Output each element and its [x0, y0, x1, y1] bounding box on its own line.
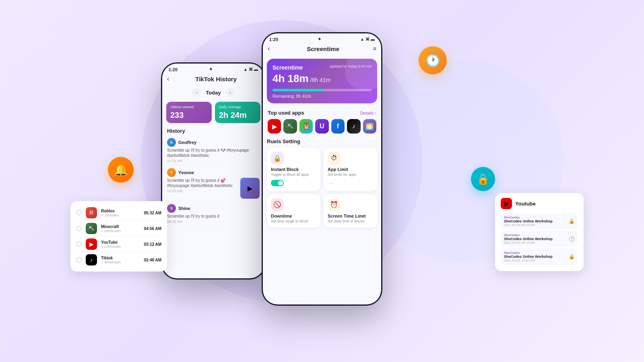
lock-icon: 🔒	[477, 173, 489, 185]
clock-icon: 🕐	[425, 53, 440, 68]
yt-card-header: ▶ Youtube	[501, 198, 578, 209]
phone-right: 1:20 ✦ ▲ ⌘ ▬ ‹ Screentime ≡ Screentime u…	[262, 32, 382, 306]
phone-right-screen: 1:20 ✦ ▲ ⌘ ▬ ‹ Screentime ≡ Screentime u…	[263, 33, 381, 304]
yt-list-item-3: SheCodes SheCodes Online Workshop 2021-0…	[501, 249, 578, 265]
banner-header: Screentime updated to Today 8:50 AM	[272, 64, 372, 71]
signal-icon-right: ▲	[360, 37, 364, 41]
rule-icon-instant-block: 🔒	[271, 152, 284, 165]
yt-list-item-2: SheCodes SheCodes Online Workshop 2021-0…	[501, 231, 578, 247]
yt-item-info-1: SheCodes SheCodes Online Workshop 2021-0…	[504, 216, 569, 227]
yt-item-name-2: SheCodes Online Workshop	[504, 237, 569, 241]
yt-item-name-1: SheCodes Online Workshop	[504, 219, 569, 223]
notif-app-name-tiktok: Tiktok	[101, 256, 140, 260]
notif-app-name-youtube: YouTube	[101, 240, 140, 245]
notif-icon-youtube: ▶	[86, 239, 97, 250]
rule-arrow-app-limit[interactable]: →	[328, 180, 373, 187]
current-date: Today	[206, 90, 221, 96]
notif-radio-tiktok[interactable]	[76, 257, 82, 263]
nav-bar-right: ‹ Screentime ≡	[263, 43, 381, 56]
screentime-banner: Screentime updated to Today 8:50 AM 4h 1…	[267, 59, 377, 103]
notif-icon-roblox: R	[86, 207, 97, 218]
rule-card-app-limit: ⏱ App Limit Set limits for apps →	[324, 148, 377, 191]
stat-average-label: Daily Average	[219, 105, 256, 109]
yt-item-info-3: SheCodes SheCodes Online Workshop 2021-0…	[504, 251, 569, 262]
nav-bar-left: ‹ TikTok History	[162, 74, 264, 86]
username-yvonne: Yvonne	[178, 170, 194, 175]
phone-left: 1:20 ✦ ▲ ⌘ ▬ ‹ TikTok History ‹ Today › …	[161, 62, 266, 280]
float-bell-icon: 🔔	[108, 157, 134, 183]
banner-remaining: Remaining: 8h 41m	[272, 94, 372, 99]
yt-lock-icon-1: 🔒	[569, 218, 575, 224]
notif-time-sub-minecraft: < 24Minutes	[101, 229, 140, 233]
history-item-2: Y Yvonne Scramble up I'll try to guess i…	[162, 166, 264, 202]
rule-desc-screen-time-limit: Set daily limit of device	[328, 219, 373, 224]
banner-time-value: 4h 18m	[272, 72, 309, 85]
phone-left-screen: 1:20 ✦ ▲ ⌘ ▬ ‹ TikTok History ‹ Today › …	[162, 64, 264, 278]
back-button-right[interactable]: ‹	[268, 45, 270, 52]
bell-icon: 🔔	[114, 163, 128, 177]
next-date[interactable]: ›	[226, 88, 235, 97]
yt-lock-icon-3: 🔒	[569, 254, 575, 259]
notif-item-roblox: R Roblox < 1Minutes 05:32 AM	[76, 205, 161, 221]
app-icon-minecraft[interactable]: ⛏	[283, 119, 297, 134]
history-time-1: 11:22 AM	[167, 159, 260, 163]
notif-time-youtube: 03:12 AM	[144, 242, 161, 247]
rules-grid: 🔒 Instant Block Toggle to Block all apps…	[267, 148, 377, 228]
notif-time-roblox: 05:32 AM	[144, 211, 161, 215]
status-time-right: 1:20	[269, 37, 278, 42]
rule-desc-downtime: Set time range to Block	[271, 219, 316, 224]
username-geoffrey: Geoffrey	[178, 140, 196, 145]
menu-button-right[interactable]: ≡	[373, 45, 376, 52]
app-icon-photos[interactable]: 🌅	[363, 119, 376, 134]
history-item-1: G Geoffrey Scramble up I'll try to guess…	[162, 136, 264, 166]
stats-row: Videos viewed 233 Daily Average 2h 24m	[162, 99, 264, 125]
notif-card: R Roblox < 1Minutes 05:32 AM ⛏ Minecraft…	[70, 201, 167, 272]
rule-card-instant-block: 🔒 Instant Block Toggle to Block all apps	[267, 148, 320, 191]
battery-icon-right: ▬	[371, 37, 375, 41]
app-icon-utopia[interactable]: U	[315, 119, 328, 134]
apps-title: Top used apps	[268, 110, 304, 116]
apps-icons-row: ▶ ⛏ 🦉 U f ♪ 🌅	[268, 119, 376, 134]
notif-info-youtube: YouTube < 32Minutes	[101, 240, 140, 249]
notif-radio-youtube[interactable]	[76, 241, 82, 247]
yt-item-date-2: 2021-03-05 08:16 AM	[504, 241, 569, 245]
app-icon-youtube[interactable]: ▶	[268, 119, 281, 134]
rule-desc-app-limit: Set limits for apps	[328, 173, 373, 177]
rule-name-instant-block: Instant Block	[271, 167, 316, 172]
apps-details[interactable]: Details ›	[360, 111, 376, 115]
wifi-icon: ⌘	[249, 67, 253, 72]
back-button-left[interactable]: ‹	[167, 75, 169, 82]
yt-item-date-3: 2021-03-05 10:30 AM	[504, 259, 569, 262]
history-user-2: Y Yvonne	[167, 168, 260, 177]
rule-icon-downtime: 🚫	[271, 198, 284, 211]
banner-title: Screentime	[272, 64, 303, 71]
app-icon-duolingo[interactable]: 🦉	[299, 119, 313, 134]
toggle-instant-block[interactable]	[271, 180, 284, 186]
notif-radio-minecraft[interactable]	[76, 226, 82, 231]
yt-card-logo: ▶	[501, 198, 512, 209]
wifi-icon-right: ⌘	[365, 37, 369, 41]
status-time-arrow: ✦	[209, 67, 213, 72]
float-clock-icon: 🕐	[419, 46, 447, 74]
notif-app-name-minecraft: Minecraft	[101, 224, 140, 229]
banner-time-total: /8h 41m	[310, 77, 331, 83]
rules-title: Ruels Setting	[267, 138, 377, 144]
app-icon-tiktok[interactable]: ♪	[347, 119, 360, 134]
status-icons-left: ▲ ⌘ ▬	[244, 67, 258, 72]
stat-videos-label: Videos viewed	[170, 105, 208, 109]
app-icon-facebook[interactable]: f	[331, 119, 345, 134]
float-lock-icon: 🔒	[471, 167, 495, 191]
nav-title-right: Screentime	[273, 45, 373, 52]
history-user-3: S Shine	[167, 204, 260, 213]
notif-info-tiktok: Tiktok < 46Minutes	[101, 256, 140, 264]
nav-title-left: TikTok History	[172, 76, 260, 82]
notif-radio-roblox[interactable]	[76, 210, 82, 216]
history-time-2: 10:02 AM	[167, 189, 238, 193]
prev-date[interactable]: ‹	[192, 88, 201, 97]
avatar-yvonne: Y	[167, 168, 176, 177]
status-time-left: 1:20	[169, 67, 178, 72]
notif-time-sub-tiktok: < 46Minutes	[101, 260, 140, 264]
history-user-1: G Geoffrey	[167, 138, 260, 147]
avatar-geoffrey: G	[167, 138, 176, 147]
stat-average-value: 2h 24m	[219, 111, 256, 120]
